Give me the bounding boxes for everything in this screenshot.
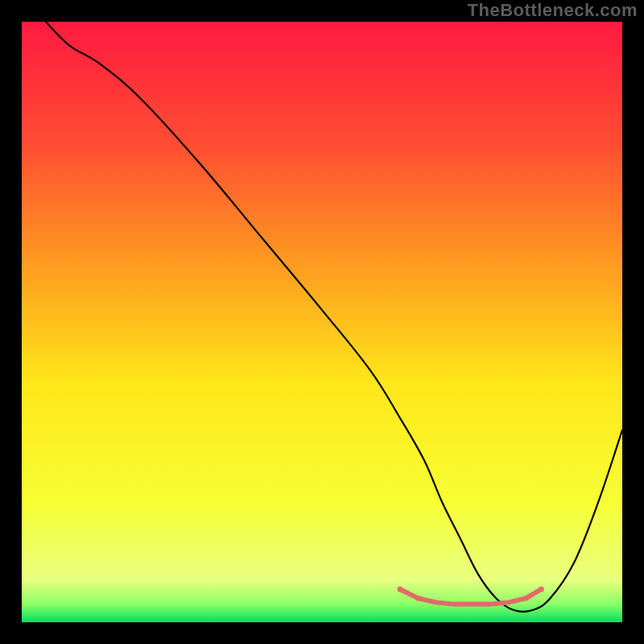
marker-dot bbox=[523, 596, 528, 601]
bottleneck-chart bbox=[22, 22, 622, 622]
plot-area bbox=[22, 22, 622, 622]
marker-dot bbox=[434, 601, 438, 605]
marker-dot bbox=[415, 596, 420, 601]
marker-dot bbox=[471, 603, 474, 606]
chart-container: TheBottleneck.com bbox=[0, 0, 644, 644]
marker-dot bbox=[397, 586, 402, 592]
marker-dot bbox=[539, 586, 544, 592]
watermark-text: TheBottleneck.com bbox=[468, 0, 638, 21]
marker-dot bbox=[506, 601, 510, 605]
marker-dot bbox=[489, 603, 492, 606]
gradient-background bbox=[22, 22, 622, 622]
marker-dot bbox=[452, 603, 456, 606]
